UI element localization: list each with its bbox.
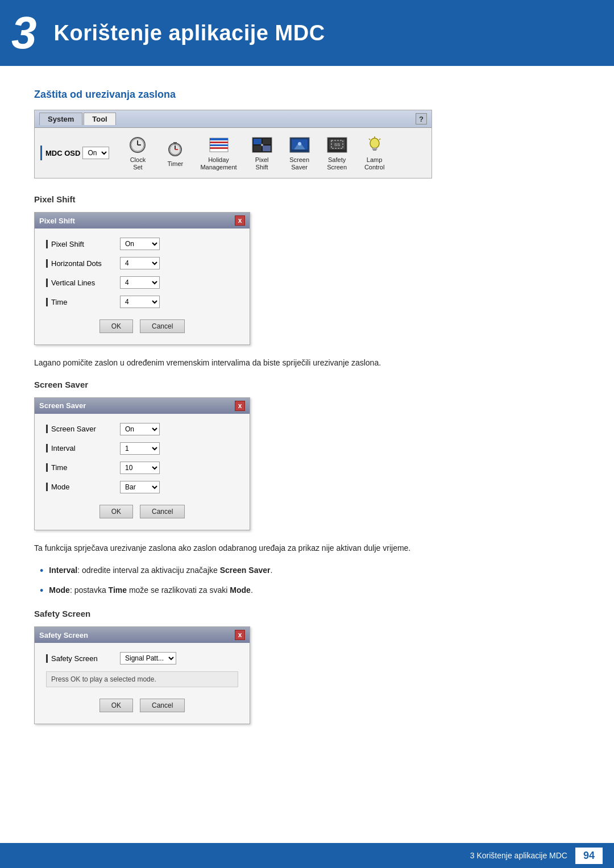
page-title: Korištenje aplikacije MDC [54, 21, 325, 45]
safety-screen-label-1: Safety Screen [46, 654, 120, 663]
bullet-list: • Interval: odredite interval za aktivac… [34, 564, 580, 599]
page-footer: 3 Korištenje aplikacije MDC 94 [0, 843, 614, 868]
pixel-shift-row-3: Vertical Lines 412 [46, 276, 238, 289]
screen-saver-label-2: Interval [46, 444, 120, 452]
safety-screen-note: Press OK to play a selected mode. [46, 671, 238, 687]
svg-rect-14 [210, 147, 228, 149]
pixel-shift-body: Pixel Shift OnOff Horizontal Dots 412 Ve… [35, 229, 250, 344]
pixel-shift-buttons: OK Cancel [46, 315, 238, 335]
svg-rect-16 [254, 139, 262, 144]
screen-saver-ok-button[interactable]: OK [99, 505, 133, 518]
section-heading: Zaštita od urezivanja zaslona [34, 89, 580, 101]
pixel-shift-row-1: Pixel Shift OnOff [46, 238, 238, 250]
toolbar-item-pixel-shift[interactable]: PixelShift [245, 132, 279, 173]
svg-point-20 [261, 144, 263, 146]
help-button[interactable]: ? [416, 113, 427, 124]
timer-label: Timer [168, 160, 184, 168]
screen-saver-select-1[interactable]: OnOff [120, 423, 160, 435]
safety-screen-ok-button[interactable]: OK [99, 699, 133, 712]
toolbar-item-lamp-control[interactable]: LampControl [358, 132, 392, 173]
bullet-text-1: Interval: odredite interval za aktivacij… [49, 564, 272, 576]
safety-screen-cancel-button[interactable]: Cancel [140, 699, 185, 712]
page-number: 94 [575, 848, 603, 864]
screen-saver-buttons: OK Cancel [46, 500, 238, 521]
pixel-shift-titlebar: Pixel Shift x [35, 213, 250, 229]
safety-screen-row-1: Safety Screen Signal Patt...Color Bars [46, 652, 238, 665]
pixel-shift-close-button[interactable]: x [235, 215, 245, 226]
bullet-item-1: • Interval: odredite interval za aktivac… [40, 564, 580, 579]
pixel-shift-row-2: Horizontal Dots 412 [46, 257, 238, 269]
screen-saver-icon [287, 135, 312, 155]
safety-screen-close-button[interactable]: x [235, 630, 245, 640]
safety-screen-select-1[interactable]: Signal Patt...Color Bars [120, 652, 176, 665]
clock-icon [125, 135, 150, 155]
clock-set-label: ClockSet [130, 156, 146, 171]
lamp-control-label: LampControl [364, 156, 384, 171]
interval-bold: Interval [49, 566, 77, 575]
screen-saver-select-3[interactable]: 10515 [120, 462, 160, 474]
svg-rect-11 [210, 138, 228, 140]
toolbar-item-timer[interactable]: Timer [158, 136, 192, 170]
safety-screen-heading: Safety Screen [34, 609, 580, 618]
pixel-shift-cancel-button[interactable]: Cancel [140, 319, 185, 333]
footer-text: 3 Korištenje aplikacije MDC [470, 851, 567, 860]
toolbar-item-holiday[interactable]: HolidayManagement [196, 132, 241, 173]
safety-screen-icon: SS [325, 135, 350, 155]
svg-point-23 [298, 142, 301, 146]
mode-bold-2: Mode [230, 585, 251, 595]
pixel-shift-label-3: Vertical Lines [46, 279, 120, 287]
mdc-osd-select[interactable]: On Off [82, 147, 109, 159]
screen-saver-select-4[interactable]: BarEraserPixel [120, 481, 160, 493]
pixel-shift-select-2[interactable]: 412 [120, 257, 160, 269]
svg-rect-17 [263, 139, 271, 144]
pixel-shift-dialog-title: Pixel Shift [39, 217, 75, 225]
pixel-shift-dialog: Pixel Shift x Pixel Shift OnOff Horizont… [34, 212, 250, 345]
holiday-label: HolidayManagement [200, 156, 237, 171]
holiday-icon [206, 135, 231, 155]
lamp-control-icon [362, 135, 387, 155]
bullet-item-2: • Mode: postavka Time može se razlikovat… [40, 584, 580, 599]
pixel-shift-select-3[interactable]: 412 [120, 276, 160, 289]
pixel-shift-label-2: Horizontal Dots [46, 259, 120, 268]
svg-rect-13 [210, 144, 228, 146]
safety-screen-body: Safety Screen Signal Patt...Color Bars P… [35, 643, 250, 724]
svg-rect-29 [373, 149, 376, 151]
toolbar-item-clock-set[interactable]: ClockSet [121, 132, 155, 173]
safety-screen-titlebar: Safety Screen x [35, 627, 250, 643]
safety-screen-dialog-title: Safety Screen [39, 631, 88, 639]
tab-system[interactable]: System [39, 113, 82, 125]
toolbar-item-screen-saver[interactable]: ScreenSaver [283, 132, 317, 173]
chapter-number: 3 [11, 10, 37, 56]
svg-line-32 [369, 139, 370, 140]
svg-rect-12 [210, 142, 228, 143]
screen-saver-label: ScreenSaver [289, 156, 309, 171]
pixel-shift-select-4[interactable]: 412 [120, 296, 160, 308]
screen-saver-close-button[interactable]: x [235, 401, 245, 411]
screen-saver-label-3: Time [46, 463, 120, 472]
screen-saver-select-2[interactable]: 123 [120, 442, 160, 455]
screen-saver-titlebar: Screen Saver x [35, 398, 250, 414]
mdc-osd-label: MDC OSD [45, 149, 80, 157]
time-bold: Time [109, 585, 127, 595]
screen-saver-row-1: Screen Saver OnOff [46, 423, 238, 435]
screen-saver-row-4: Mode BarEraserPixel [46, 481, 238, 493]
pixel-shift-icon [250, 135, 275, 155]
toolbar-window: System Tool ? MDC OSD On Off [34, 110, 432, 178]
bullet-text-2: Mode: postavka Time može se razlikovati … [49, 584, 252, 596]
tab-tool[interactable]: Tool [84, 113, 115, 125]
pixel-shift-label-1: Pixel Shift [46, 240, 120, 248]
mode-bold: Mode [49, 585, 70, 595]
safety-screen-label: SafetyScreen [327, 156, 347, 171]
svg-rect-28 [372, 148, 377, 149]
screen-saver-paragraph: Ta funkcija sprječava urezivanje zaslona… [34, 542, 580, 554]
toolbar-titlebar: System Tool ? [35, 110, 432, 128]
screen-saver-body: Screen Saver OnOff Interval 123 Time 105… [35, 414, 250, 530]
bullet-dot-1: • [40, 563, 43, 579]
pixel-shift-select-1[interactable]: OnOff [120, 238, 160, 250]
toolbar-item-safety-screen[interactable]: SS SafetyScreen [320, 132, 354, 173]
svg-text:SS: SS [334, 142, 340, 147]
main-content: Zaštita od urezivanja zaslona System Too… [0, 66, 614, 770]
screen-saver-cancel-button[interactable]: Cancel [140, 505, 185, 518]
pixel-shift-ok-button[interactable]: OK [99, 319, 133, 333]
safety-screen-dialog: Safety Screen x Safety Screen Signal Pat… [34, 626, 250, 724]
